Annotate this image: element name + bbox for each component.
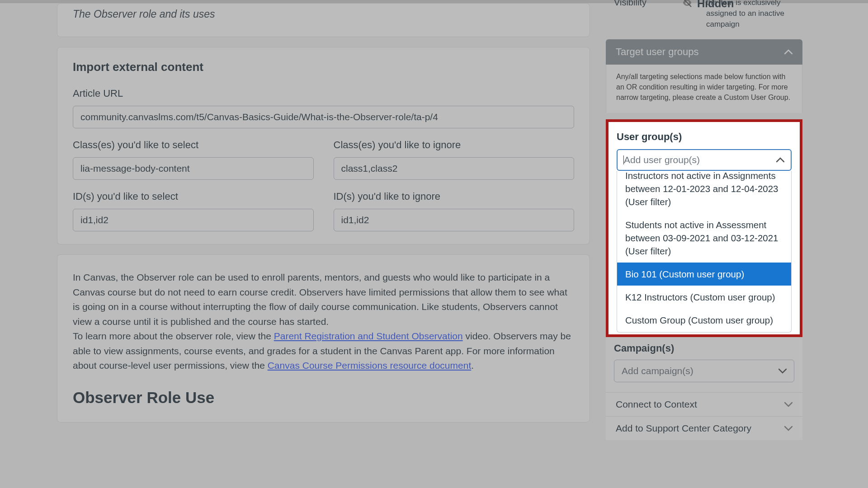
id-select-input[interactable] — [73, 209, 314, 231]
target-help-text: Any/all targeting selections made below … — [616, 72, 792, 103]
article-url-input[interactable] — [73, 106, 574, 128]
right-sidebar: Visibility Hidden the item is exclusivel… — [606, 0, 802, 432]
title-card: The Observer role and its uses — [57, 3, 590, 37]
user-group-option[interactable]: Instructors not active in Assignments be… — [617, 171, 791, 213]
article-body-card: In Canvas, the Observer role can be used… — [57, 254, 590, 422]
id-select-label: ID(s) you'd like to select — [73, 191, 314, 202]
para2-text-c: . — [471, 360, 474, 371]
parent-registration-link[interactable]: Parent Registration and Student Observat… — [274, 331, 463, 341]
id-ignore-label: ID(s) you'd like to ignore — [334, 191, 575, 202]
chevron-down-icon — [778, 368, 787, 374]
article-paragraph-1: In Canvas, the Observer role can be used… — [73, 270, 574, 329]
campaign-placeholder: Add campaign(s) — [622, 366, 693, 376]
support-heading-text: Add to Support Center Category — [616, 423, 751, 432]
support-center-category-header[interactable]: Add to Support Center Category — [606, 416, 802, 432]
target-user-groups-header[interactable]: Target user groups — [606, 39, 802, 65]
connect-heading-text: Connect to Context — [616, 399, 697, 410]
article-subtitle: The Observer role and its uses — [73, 8, 574, 20]
import-heading: Import external content — [73, 60, 574, 74]
chevron-up-icon — [776, 157, 784, 163]
article-paragraph-2: To learn more about the observer role, v… — [73, 329, 574, 373]
visibility-hint: the item is exclusively assigned to an i… — [606, 0, 802, 34]
user-group-option[interactable]: K12 Instructors (Custom user group) — [617, 286, 791, 309]
chevron-down-icon — [784, 426, 793, 431]
user-groups-dropdown: Instructors not active in Assignments be… — [617, 171, 792, 333]
user-groups-placeholder: Add user group(s) — [624, 155, 700, 165]
para2-text-a: To learn more about the observer role, v… — [73, 331, 274, 341]
campaign-block: Campaign(s) Add campaign(s) — [606, 337, 802, 392]
user-groups-label: User group(s) — [617, 131, 792, 143]
class-ignore-label: Class(es) you'd like to ignore — [334, 139, 575, 151]
target-heading-text: Target user groups — [616, 46, 698, 58]
import-external-content-card: Import external content Article URL Clas… — [57, 47, 590, 244]
class-ignore-input[interactable] — [334, 157, 575, 180]
id-ignore-input[interactable] — [334, 209, 575, 231]
class-select-input[interactable] — [73, 157, 314, 180]
connect-to-context-header[interactable]: Connect to Context — [606, 392, 802, 416]
observer-role-use-heading: Observer Role Use — [73, 389, 574, 407]
campaign-combobox[interactable]: Add campaign(s) — [614, 360, 794, 382]
campaign-label: Campaign(s) — [614, 343, 794, 354]
user-group-option[interactable]: Students not active in Assessment betwee… — [617, 213, 791, 263]
chevron-down-icon — [784, 402, 793, 407]
target-panel-body: Any/all targeting selections made below … — [606, 65, 802, 113]
user-group-option-highlighted[interactable]: Bio 101 (Custom user group) — [617, 263, 791, 286]
class-select-label: Class(es) you'd like to select — [73, 139, 314, 151]
article-url-label: Article URL — [73, 88, 574, 99]
user-group-option[interactable]: Custom Group (Custom user group) — [617, 309, 791, 332]
canvas-permissions-link[interactable]: Canvas Course Permissions resource docum… — [268, 360, 472, 371]
chevron-up-icon — [784, 48, 793, 56]
user-groups-combobox[interactable]: Add user group(s) — [617, 149, 792, 171]
user-groups-highlight-box: User group(s) Add user group(s) Instruct… — [606, 119, 802, 337]
